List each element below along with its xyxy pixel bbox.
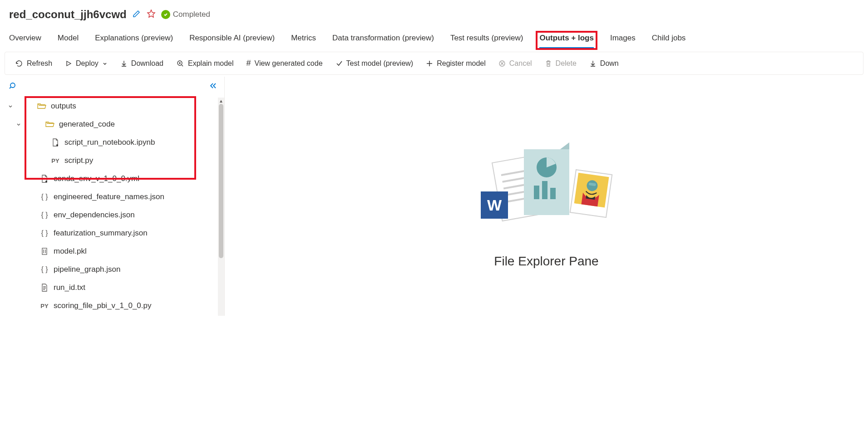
edit-icon[interactable] — [132, 9, 141, 20]
tree-label: conda_env_v_1_0_0.yml — [54, 174, 139, 183]
sidebar-header — [0, 78, 224, 96]
scrollbar-thumb[interactable] — [219, 104, 223, 258]
tree-file-featurization-summary[interactable]: { } featurization_summary.json — [0, 224, 224, 242]
tree-label: featurization_summary.json — [54, 229, 148, 238]
tab-test-results[interactable]: Test results (preview) — [450, 34, 523, 49]
tree-label: pipeline_graph.json — [54, 265, 120, 274]
tree-folder-generated-code[interactable]: generated_code — [0, 115, 224, 133]
tree-label: script_run_notebook.ipynb — [64, 138, 155, 147]
tree-label: env_dependencies.json — [54, 211, 135, 220]
tree-folder-outputs[interactable]: outputs — [0, 97, 224, 115]
hash-icon: # — [247, 59, 251, 68]
svg-point-2 — [10, 83, 15, 88]
tree-file-engineered-features[interactable]: { } engineered_feature_names.json — [0, 188, 224, 206]
json-file-icon: { } — [40, 265, 49, 274]
tab-metrics[interactable]: Metrics — [291, 34, 316, 49]
register-model-button[interactable]: Register model — [426, 59, 486, 68]
tabs-bar: Overview Model Explanations (preview) Re… — [0, 25, 868, 49]
chevron-down-icon[interactable] — [7, 103, 14, 109]
explain-model-button[interactable]: Explain model — [176, 59, 234, 68]
folder-open-icon — [37, 103, 46, 110]
page-title: red_coconut_jjh6vcwd — [9, 8, 127, 21]
cancel-label: Cancel — [509, 59, 532, 68]
binary-file-icon — [40, 247, 49, 255]
tree-file-env-dependencies[interactable]: { } env_dependencies.json — [0, 206, 224, 224]
file-tree-sidebar: outputs generated_code — [0, 77, 225, 316]
tab-child-jobs[interactable]: Child jobs — [652, 34, 686, 49]
tree-file-model-pkl[interactable]: model.pkl — [0, 242, 224, 260]
file-icon — [40, 175, 49, 183]
page-header: red_coconut_jjh6vcwd Completed — [0, 0, 868, 25]
tree-file-scoring-file[interactable]: PY scoring_file_pbi_v_1_0_0.py — [0, 297, 224, 315]
tree-label: scoring_file_pbi_v_1_0_0.py — [54, 301, 152, 310]
content-area: outputs generated_code — [0, 77, 868, 316]
scrollbar-track[interactable]: ▲ — [218, 98, 224, 316]
svg-text:W: W — [487, 196, 502, 214]
cancel-button: Cancel — [498, 59, 532, 68]
tab-data-transformation[interactable]: Data transformation (preview) — [332, 34, 434, 49]
view-generated-code-button[interactable]: # View generated code — [247, 59, 323, 68]
download-label: Download — [131, 59, 163, 68]
register-label: Register model — [437, 59, 486, 68]
search-icon[interactable] — [9, 82, 17, 92]
file-icon — [51, 138, 60, 147]
download-icon-2 — [589, 60, 597, 67]
viewcode-label: View generated code — [255, 59, 323, 68]
svg-rect-14 — [542, 181, 547, 199]
svg-rect-13 — [534, 186, 539, 199]
check-icon — [335, 60, 343, 67]
tree-label: script.py — [64, 156, 93, 165]
tab-model[interactable]: Model — [58, 34, 79, 49]
trash-icon — [545, 60, 552, 67]
test-model-button[interactable]: Test model (preview) — [335, 59, 414, 68]
download-icon — [120, 60, 128, 67]
tree-label: outputs — [51, 102, 76, 111]
tree-file-run-id[interactable]: run_id.txt — [0, 279, 224, 297]
chevron-down-icon — [102, 61, 108, 66]
download-button[interactable]: Download — [120, 59, 163, 68]
delete-button: Delete — [545, 59, 577, 68]
zoom-icon — [176, 59, 184, 68]
cancel-icon — [498, 60, 506, 67]
svg-rect-5 — [42, 248, 47, 255]
main-pane-title: File Explorer Pane — [494, 254, 598, 269]
tree-file-pipeline-graph[interactable]: { } pipeline_graph.json — [0, 260, 224, 279]
refresh-icon — [15, 59, 23, 68]
collapse-icon[interactable] — [209, 81, 218, 92]
tab-outputs-logs[interactable]: Outputs + logs — [537, 32, 596, 49]
refresh-button[interactable]: Refresh — [15, 59, 52, 68]
tree-file-notebook[interactable]: script_run_notebook.ipynb — [0, 133, 224, 152]
tree-file-conda-env[interactable]: conda_env_v_1_0_0.yml — [0, 170, 224, 188]
status-text: Completed — [173, 10, 210, 19]
tab-overview[interactable]: Overview — [9, 34, 41, 49]
chevron-down-icon[interactable] — [15, 122, 22, 127]
delete-label: Delete — [556, 59, 577, 68]
deploy-button[interactable]: Deploy — [65, 59, 108, 68]
tree-file-script-py[interactable]: PY script.py — [0, 152, 224, 170]
down-button[interactable]: Down — [589, 59, 619, 68]
tree-label: generated_code — [59, 120, 115, 129]
plus-icon — [426, 60, 433, 67]
file-explorer-illustration: W — [474, 142, 619, 238]
tree-label: model.pkl — [54, 247, 87, 256]
tab-responsible-ai[interactable]: Responsible AI (preview) — [189, 34, 275, 49]
tab-explanations[interactable]: Explanations (preview) — [95, 34, 173, 49]
deploy-label: Deploy — [76, 59, 99, 68]
json-file-icon: { } — [40, 193, 49, 201]
tab-images[interactable]: Images — [610, 34, 636, 49]
favorite-star-icon[interactable] — [147, 9, 156, 20]
py-file-icon: PY — [40, 303, 49, 309]
tree-label: run_id.txt — [54, 283, 85, 292]
status-badge: Completed — [161, 10, 210, 19]
file-tree: outputs generated_code — [0, 96, 224, 316]
json-file-icon: { } — [40, 211, 49, 219]
json-file-icon: { } — [40, 229, 49, 237]
status-check-icon — [161, 10, 170, 19]
explain-label: Explain model — [188, 59, 234, 68]
svg-rect-15 — [550, 188, 556, 199]
down-label: Down — [600, 59, 619, 68]
play-icon — [65, 60, 72, 67]
scrollbar-up-arrow[interactable]: ▲ — [218, 98, 224, 104]
py-file-icon: PY — [51, 157, 60, 164]
refresh-label: Refresh — [27, 59, 52, 68]
